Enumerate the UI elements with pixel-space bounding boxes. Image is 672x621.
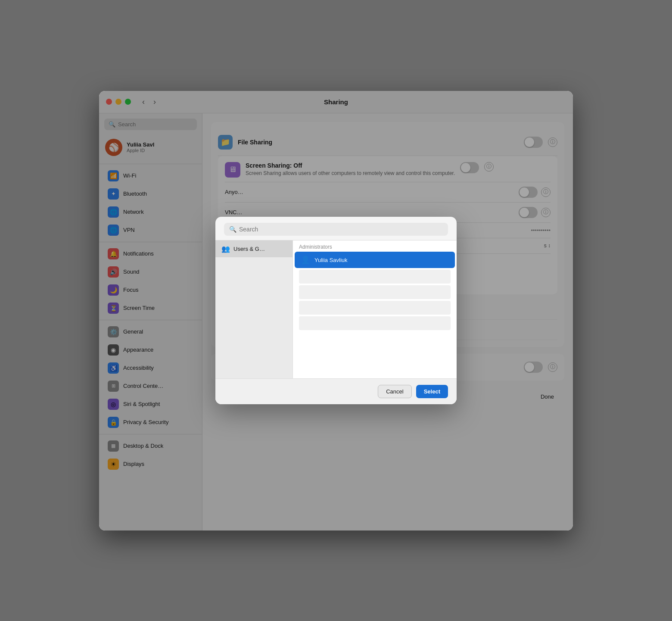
main-window: ‹ › Sharing 🔍 ⚾ Yuliia Savl Apple ID xyxy=(99,91,573,531)
modal-search-bar: 🔍 xyxy=(215,217,457,240)
modal-group-header: Administrators xyxy=(293,240,457,252)
modal-body: 👥 Users & G… Administrators 👤 Yuliia Sav… xyxy=(215,240,457,378)
placeholder-row-3 xyxy=(299,301,451,315)
modal-left-panel: 👥 Users & G… xyxy=(215,240,293,378)
select-button[interactable]: Select xyxy=(416,385,448,398)
user-icon-yuliia: 👤 xyxy=(301,255,310,265)
modal-search-icon: 🔍 xyxy=(229,226,236,233)
modal-overlay: 🔍 👥 Users & G… Administrators xyxy=(99,91,573,531)
placeholder-row-2 xyxy=(299,285,451,299)
modal-right-panel: Administrators 👤 Yuliia Savliuk xyxy=(293,240,457,378)
cancel-button[interactable]: Cancel xyxy=(378,385,411,398)
placeholder-row-4 xyxy=(299,316,451,330)
user-picker-dialog: 🔍 👥 Users & G… Administrators xyxy=(215,217,457,404)
modal-footer: Cancel Select xyxy=(215,378,457,404)
modal-left-item-users-groups[interactable]: 👥 Users & G… xyxy=(215,240,292,257)
placeholder-row-1 xyxy=(299,270,451,284)
users-groups-icon: 👥 xyxy=(221,245,230,253)
modal-search-input[interactable] xyxy=(239,226,443,233)
modal-left-item-label: Users & G… xyxy=(233,246,265,252)
user-name-yuliia: Yuliia Savliuk xyxy=(314,257,348,263)
modal-user-item-yuliia[interactable]: 👤 Yuliia Savliuk xyxy=(295,252,455,268)
modal-search-inner[interactable]: 🔍 xyxy=(224,223,448,236)
